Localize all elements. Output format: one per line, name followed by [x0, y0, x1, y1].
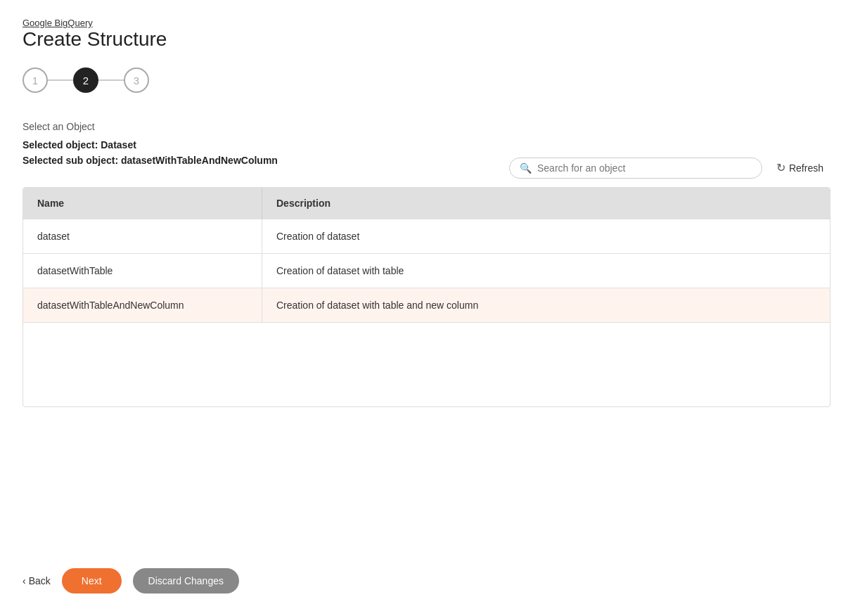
- refresh-button[interactable]: ↻ Refresh: [769, 157, 830, 179]
- back-label: Back: [29, 575, 51, 586]
- table-row[interactable]: dataset Creation of dataset: [23, 219, 830, 253]
- toolbar: 🔍 ↻ Refresh: [509, 157, 830, 179]
- table-header: Name Description: [23, 188, 830, 219]
- step-line-2: [98, 79, 124, 81]
- back-chevron-icon: ‹: [23, 575, 26, 586]
- header-description: Description: [262, 188, 830, 219]
- page-container: Google BigQuery Create Structure 1 2 3 S…: [0, 0, 853, 616]
- stepper: 1 2 3: [23, 68, 830, 93]
- back-button[interactable]: ‹ Back: [23, 575, 51, 586]
- info-toolbar-row: Selected object: Dataset Selected sub ob…: [23, 139, 830, 179]
- search-input[interactable]: [537, 162, 752, 174]
- row-name: dataset: [23, 219, 262, 253]
- section-label: Select an Object: [23, 121, 830, 132]
- selected-object-info: Selected object: Dataset: [23, 139, 278, 150]
- selected-info-block: Selected object: Dataset Selected sub ob…: [23, 139, 278, 179]
- selected-sub-info: Selected sub object: datasetWithTableAnd…: [23, 155, 278, 166]
- step-3[interactable]: 3: [124, 68, 149, 93]
- row-description: Creation of dataset: [262, 219, 830, 253]
- search-icon: 🔍: [520, 162, 532, 174]
- header-name: Name: [23, 188, 262, 219]
- table-row-selected[interactable]: datasetWithTableAndNewColumn Creation of…: [23, 288, 830, 322]
- row-name: datasetWithTable: [23, 254, 262, 288]
- page-title: Create Structure: [23, 28, 830, 51]
- refresh-icon: ↻: [776, 161, 785, 174]
- content-area: Select an Object Selected object: Datase…: [23, 121, 830, 407]
- table-empty-space: [23, 322, 830, 406]
- row-description: Creation of dataset with table and new c…: [262, 288, 830, 322]
- refresh-label: Refresh: [789, 162, 823, 174]
- table-row[interactable]: datasetWithTable Creation of dataset wit…: [23, 253, 830, 288]
- breadcrumb[interactable]: Google BigQuery: [23, 18, 93, 28]
- objects-table: Name Description dataset Creation of dat…: [23, 187, 830, 407]
- step-2[interactable]: 2: [73, 68, 98, 93]
- step-1[interactable]: 1: [23, 68, 48, 93]
- row-description: Creation of dataset with table: [262, 254, 830, 288]
- row-name: datasetWithTableAndNewColumn: [23, 288, 262, 322]
- search-wrapper[interactable]: 🔍: [509, 158, 762, 179]
- discard-button[interactable]: Discard Changes: [133, 568, 239, 593]
- next-button[interactable]: Next: [62, 568, 122, 593]
- footer-actions: ‹ Back Next Discard Changes: [23, 568, 239, 593]
- step-line-1: [48, 79, 73, 81]
